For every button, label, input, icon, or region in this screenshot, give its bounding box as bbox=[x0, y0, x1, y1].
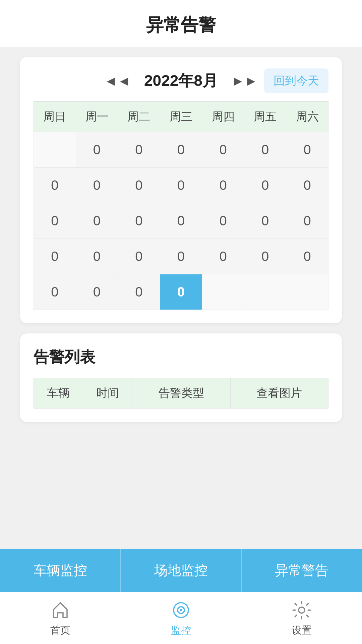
calendar-cell[interactable]: 0 bbox=[286, 132, 328, 168]
calendar-cell[interactable]: 0 bbox=[160, 132, 202, 168]
calendar-cell[interactable]: 0 bbox=[34, 168, 76, 203]
weekday-sat: 周六 bbox=[286, 102, 328, 132]
calendar-cell[interactable]: 0 bbox=[76, 239, 118, 274]
calendar-grid: 周日 周一 周二 周三 周四 周五 周六 0 0 0 0 0 bbox=[34, 101, 328, 310]
weekday-tue: 周二 bbox=[118, 102, 160, 132]
calendar-cell[interactable]: 0 bbox=[202, 239, 244, 274]
settings-icon bbox=[292, 600, 312, 620]
calendar-cell[interactable]: 0 bbox=[118, 203, 160, 239]
calendar-cell[interactable]: 0 bbox=[118, 168, 160, 203]
calendar-cell[interactable]: 0 bbox=[286, 168, 328, 203]
nav-monitor-label: 监控 bbox=[171, 624, 191, 637]
calendar-cell[interactable]: 0 bbox=[244, 239, 286, 274]
nav-settings[interactable]: 设置 bbox=[241, 592, 362, 644]
calendar-row: 0 0 0 0 0 0 bbox=[34, 132, 328, 168]
calendar-cell[interactable]: 0 bbox=[244, 203, 286, 239]
alert-table: 车辆 时间 告警类型 查看图片 bbox=[34, 378, 328, 409]
main-content: ◄◄ 2022年8月 ►► 回到今天 周日 周一 周二 周三 周四 周五 周六 bbox=[0, 47, 362, 549]
monitor-icon bbox=[171, 600, 191, 620]
weekday-sun: 周日 bbox=[34, 102, 76, 132]
prev-month-button[interactable]: ◄◄ bbox=[104, 73, 131, 89]
calendar-row: 0 0 0 0 0 0 0 bbox=[34, 168, 328, 203]
next-month-button[interactable]: ►► bbox=[231, 73, 258, 89]
col-image: 查看图片 bbox=[230, 378, 328, 409]
top-tab-bar: 车辆监控 场地监控 异常警告 bbox=[0, 549, 362, 592]
calendar-cell[interactable]: 0 bbox=[76, 203, 118, 239]
svg-point-3 bbox=[299, 607, 305, 613]
nav-home-label: 首页 bbox=[50, 624, 70, 637]
calendar-cell[interactable]: 0 bbox=[118, 274, 160, 310]
calendar-cell[interactable]: 0 bbox=[118, 239, 160, 274]
calendar-cell bbox=[202, 274, 244, 310]
calendar-cell bbox=[244, 274, 286, 310]
page-header: 异常告警 bbox=[0, 0, 362, 47]
nav-settings-label: 设置 bbox=[292, 624, 312, 637]
calendar-cell[interactable]: 0 bbox=[160, 203, 202, 239]
tab-vehicle-monitor[interactable]: 车辆监控 bbox=[0, 549, 121, 592]
calendar-cell[interactable]: 0 bbox=[34, 274, 76, 310]
calendar-cell bbox=[286, 274, 328, 310]
calendar-cell[interactable]: 0 bbox=[202, 168, 244, 203]
alert-list-title: 告警列表 bbox=[34, 347, 328, 368]
tab-alert[interactable]: 异常警告 bbox=[242, 549, 362, 592]
alert-list-card: 告警列表 车辆 时间 告警类型 查看图片 bbox=[20, 333, 342, 422]
calendar-cell[interactable]: 0 bbox=[76, 168, 118, 203]
weekday-header-row: 周日 周一 周二 周三 周四 周五 周六 bbox=[34, 102, 328, 132]
calendar-row: 0 0 0 0 0 0 0 bbox=[34, 203, 328, 239]
alert-table-header: 车辆 时间 告警类型 查看图片 bbox=[34, 378, 328, 409]
calendar-cell[interactable]: 0 bbox=[76, 274, 118, 310]
calendar-cell[interactable]: 0 bbox=[34, 239, 76, 274]
page-title: 异常告警 bbox=[0, 13, 362, 37]
month-label: 2022年8月 bbox=[144, 70, 218, 91]
calendar-card: ◄◄ 2022年8月 ►► 回到今天 周日 周一 周二 周三 周四 周五 周六 bbox=[20, 57, 342, 323]
weekday-thu: 周四 bbox=[202, 102, 244, 132]
calendar-cell[interactable]: 0 bbox=[286, 239, 328, 274]
calendar-cell[interactable]: 0 bbox=[244, 168, 286, 203]
calendar-cell[interactable]: 0 bbox=[286, 203, 328, 239]
calendar-cell[interactable]: 0 bbox=[160, 239, 202, 274]
calendar-row: 0 0 0 0 0 0 0 bbox=[34, 239, 328, 274]
calendar-cell[interactable]: 0 bbox=[202, 132, 244, 168]
calendar-cell-active[interactable]: 0 bbox=[160, 274, 202, 310]
nav-monitor[interactable]: 监控 bbox=[121, 592, 241, 644]
calendar-row: 0 0 0 0 bbox=[34, 274, 328, 310]
calendar-cell[interactable] bbox=[34, 132, 76, 168]
calendar-cell[interactable]: 0 bbox=[244, 132, 286, 168]
bottom-tabs: 车辆监控 场地监控 异常警告 首页 监控 bbox=[0, 549, 362, 644]
col-type: 告警类型 bbox=[132, 378, 230, 409]
tab-venue-monitor[interactable]: 场地监控 bbox=[121, 549, 241, 592]
calendar-cell[interactable]: 0 bbox=[118, 132, 160, 168]
col-vehicle: 车辆 bbox=[34, 378, 83, 409]
col-time: 时间 bbox=[83, 378, 132, 409]
bottom-nav-bar: 首页 监控 设置 bbox=[0, 592, 362, 644]
weekday-mon: 周一 bbox=[76, 102, 118, 132]
svg-point-2 bbox=[180, 609, 182, 611]
calendar-cell[interactable]: 0 bbox=[202, 203, 244, 239]
today-button[interactable]: 回到今天 bbox=[264, 68, 328, 93]
calendar-cell[interactable]: 0 bbox=[76, 132, 118, 168]
weekday-wed: 周三 bbox=[160, 102, 202, 132]
calendar-cell[interactable]: 0 bbox=[160, 168, 202, 203]
home-icon bbox=[50, 600, 70, 620]
nav-home[interactable]: 首页 bbox=[0, 592, 121, 644]
month-nav: ◄◄ 2022年8月 ►► 回到今天 bbox=[34, 70, 328, 91]
weekday-fri: 周五 bbox=[244, 102, 286, 132]
calendar-cell[interactable]: 0 bbox=[34, 203, 76, 239]
